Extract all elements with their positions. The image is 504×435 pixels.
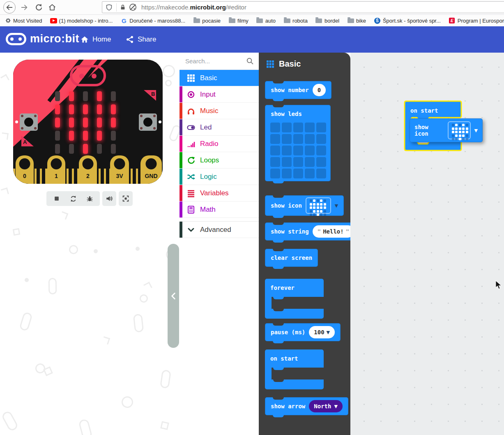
microbit-logo[interactable]: micro:bit [6,32,79,45]
microbit-board: A B 0 1 2 3V GND [13,60,163,184]
led-off [452,124,454,126]
led-off [293,134,303,144]
block-pause[interactable]: pause (ms) 100▼ [265,323,341,341]
reload-button[interactable] [32,1,44,14]
gear-icon [4,17,11,24]
toolbox-category-loops[interactable]: Loops [180,152,259,169]
string-field[interactable]: "Hello!" [313,225,354,238]
block-forever[interactable]: forever [265,279,324,319]
toolbox-category-radio[interactable]: Radio [180,136,259,152]
share-button[interactable]: Share [126,26,156,53]
block-on-start[interactable]: on start [265,349,324,389]
block-show-arrow[interactable]: show arrow North▼ [265,397,348,415]
led-off [310,210,312,213]
url-bar[interactable]: https://makecode.microbit.org/#editor [102,1,504,13]
pin-1[interactable]: 1 [47,155,65,184]
led-off [466,138,468,140]
home-nav-button[interactable]: Home [81,26,111,53]
led-on [69,131,74,141]
shield-icon[interactable] [106,4,113,11]
led-off [313,213,315,216]
home-button[interactable] [46,1,58,14]
led-icon [187,123,195,132]
bookmark-item[interactable]: GDoručené - maross88... [120,17,185,24]
bookmark-item[interactable]: bike [347,17,366,24]
pattern-shape [78,419,93,435]
block-label: pause (ms) [271,329,305,336]
grid-icon [266,60,274,68]
fullscreen-button[interactable] [119,191,133,206]
button-a[interactable] [20,113,38,131]
folder-icon [315,17,322,24]
search-input[interactable] [185,58,247,65]
block-show-string[interactable]: show string "Hello!" [265,222,360,241]
pin-3v[interactable]: 3V [110,155,129,184]
pattern-shape [13,228,21,236]
toolbox-category-advanced[interactable]: Advanced [180,222,259,238]
restart-button[interactable] [68,193,78,204]
folder-icon [347,17,354,24]
simulator-collapse-handle[interactable] [168,244,179,348]
bookmark-item[interactable]: ŠŠport.sk - športové spr... [374,17,441,24]
pin-2[interactable]: 2 [79,155,97,184]
icon-dropdown-field[interactable] [306,197,331,214]
block-show-number[interactable]: show number 0 [265,81,331,99]
toolbox-category-led[interactable]: Led [180,119,259,136]
led-off [452,134,454,137]
bookmark-item[interactable]: filmy [228,17,249,24]
forward-button[interactable] [18,1,30,14]
pin-0[interactable]: 0 [16,155,34,184]
block-clear-screen[interactable]: clear screen [265,249,318,267]
pin-gnd[interactable]: GND [140,155,162,184]
stop-button[interactable] [51,193,62,204]
workspace-show-icon-block[interactable]: show icon ▼ [410,118,483,142]
led-on [97,131,102,141]
brand-title: micro:bit [30,32,79,45]
bookmark-item[interactable]: (1) modelshop - intro... [50,17,113,24]
block-show-leds[interactable]: show leds [265,105,331,181]
pattern-shape [160,421,169,430]
volume-button[interactable] [102,191,116,206]
lock-icon[interactable] [120,4,126,11]
number-field[interactable]: 0 [313,84,326,96]
pause-dropdown-field[interactable]: 100▼ [309,326,335,338]
back-button[interactable] [3,1,16,14]
toolbox-category-variables[interactable]: Variables [180,185,259,201]
bookmark-item[interactable]: Most Visited [4,17,42,24]
simulator-controls [46,191,133,206]
button-b[interactable] [139,113,157,131]
debug-button[interactable] [84,193,95,204]
led-off [270,157,280,167]
led-on [97,104,102,114]
bookmark-item[interactable]: auto [256,17,276,24]
bookmark-item[interactable]: robota [283,17,308,24]
volume-icon [106,195,113,202]
led-off [316,146,326,155]
toolbox-category-logic[interactable]: Logic [180,169,259,185]
loops-icon [187,156,195,164]
toolbox: BasicInputMusicLedRadioLoopsLogicVariabl… [180,53,259,435]
toolbox-category-music[interactable]: Music [180,103,259,119]
bookmark-label: (1) modelshop - intro... [59,18,113,24]
permissions-blocked-icon[interactable] [129,3,137,11]
led-on [69,118,74,127]
category-label: Input [200,90,216,99]
bookmark-item[interactable]: EProgram | Eurosport Pl... [449,17,504,24]
music-icon [187,107,195,115]
bookmark-item[interactable]: bordel [315,17,339,24]
variables-icon [187,189,195,197]
pattern-shape [162,65,175,77]
led-off [316,169,326,178]
led-editor-grid[interactable] [270,123,326,178]
icon-dropdown-field[interactable] [448,121,471,139]
toolbox-category-basic[interactable]: Basic [180,70,259,86]
arrow-dropdown-field[interactable]: North▼ [309,400,343,412]
toolbox-category-math[interactable]: Math [180,201,259,218]
category-label: Advanced [200,226,231,234]
led-on [69,91,74,101]
toolbox-category-input[interactable]: Input [180,86,259,103]
category-color-bar [180,152,182,168]
workspace[interactable]: on start show icon ▼ [350,53,504,435]
block-show-icon[interactable]: show icon ▼ [265,195,344,216]
bookmark-item[interactable]: pocasie [193,17,221,24]
